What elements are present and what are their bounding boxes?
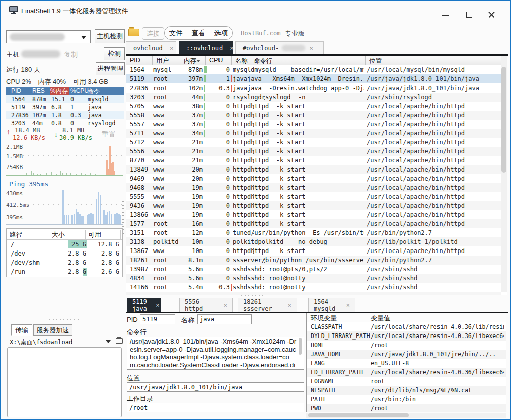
process-name-field[interactable] [197, 314, 252, 324]
tab-transfer[interactable]: 传输 [11, 324, 32, 336]
session-tab-ovhcloud[interactable]: #ovhcloud-× [235, 41, 324, 54]
reset-link[interactable]: 重置 [102, 130, 116, 139]
tab-server-acceleration[interactable]: 服务器加速 [33, 324, 72, 336]
col-size[interactable]: 大小 [52, 230, 65, 239]
process-row[interactable]: 5557www37m0httpdhttpd -k start/usr/local… [126, 120, 501, 129]
col-cpu-pct[interactable]: %CPU [70, 87, 89, 94]
menu-options[interactable]: 选项 [214, 29, 228, 38]
col-name[interactable]: 名称 [235, 57, 248, 65]
env-row[interactable]: LOGNAMEroot [307, 377, 506, 386]
close-icon[interactable]: × [346, 302, 350, 309]
sidebar-process-row[interactable]: 5119397m6.81java [6, 103, 124, 111]
process-row[interactable]: 3138polkitd10m0polkitdpolkitd --no-debug… [126, 237, 501, 246]
col-cpu[interactable]: CPU [209, 57, 223, 64]
process-row[interactable]: 27836root102m0.3javajava -Dresin.watchdo… [126, 83, 501, 93]
disk-row[interactable]: /dev/shm2.8 G2.8 G [7, 258, 122, 267]
chevron-down-icon[interactable] [106, 340, 111, 343]
left-splitter-handle[interactable] [49, 319, 79, 320]
hostbuf-link[interactable]: HostBuf.com [241, 30, 280, 37]
env-row[interactable]: DYLD_LIBRARY_PATH/usr/local/share/resin-… [307, 331, 506, 341]
env-row[interactable]: JAVA_HOME/usr/java/jdk1.8.0_101/jre/bin/… [307, 350, 506, 359]
col-res[interactable]: RES [32, 87, 45, 94]
process-row[interactable]: 14166root5.4m0.3sshdsshd: root@notty/usr… [126, 283, 501, 292]
cmdline-textarea[interactable]: /usr/java/jdk1.8.0_101/bin/java -Xms64m … [127, 337, 304, 370]
detail-tab-18261-ssserver[interactable]: 18261-ssserver× [238, 298, 297, 312]
col-pid[interactable]: PID [11, 87, 21, 94]
env-row[interactable]: CLASSPATH/usr/local/share/resin-4.0.36/l… [307, 322, 506, 331]
process-row[interactable]: 5555www19m0httpdhttpd -k start/usr/local… [126, 192, 501, 201]
process-row[interactable]: 5558www37m0httpdhttpd -k start/usr/local… [126, 111, 501, 120]
close-icon[interactable]: × [224, 302, 227, 309]
process-row[interactable]: 1577root16m0httpdhttpd -k start/usr/loca… [126, 219, 501, 228]
close-button[interactable] [484, 11, 499, 20]
env-row[interactable]: LANGen_US.UTF-8 [307, 359, 506, 368]
process-row[interactable]: 9436www19m0httpdhttpd -k start/usr/local… [126, 201, 501, 210]
close-icon[interactable]: × [288, 302, 291, 309]
connect-button[interactable]: 连接 [142, 27, 164, 40]
col-path[interactable]: 路径 [10, 230, 23, 239]
col-cmdline[interactable]: 命令行 [254, 57, 273, 65]
process-row[interactable]: 1564mysql878m0mysqldmysqld --basedir=/us… [126, 65, 501, 74]
col-path[interactable]: 位置 [369, 57, 382, 65]
process-row[interactable]: 5556www21m0httpdhttpd -k start/usr/local… [126, 147, 501, 156]
col-avail[interactable]: 可用 [88, 230, 101, 239]
process-row[interactable]: 9469www20m0httpdhttpd -k start/usr/local… [126, 174, 501, 183]
col-user[interactable]: 用户 [156, 57, 169, 65]
main-splitter-handle[interactable] [241, 295, 264, 296]
disk-row[interactable]: /25 G12.8 G [7, 240, 122, 249]
close-icon[interactable]: × [156, 302, 159, 309]
sidebar-process-row[interactable]: 27836102m1.80.3java [6, 111, 124, 119]
close-icon[interactable]: × [170, 44, 174, 52]
process-row[interactable]: 3151root12m0tuned/usr/bin/python -Es /us… [126, 228, 501, 237]
transfer-file-list[interactable] [7, 347, 122, 417]
host-select-dropdown[interactable] [6, 30, 91, 43]
process-row[interactable]: 5711www34m0httpdhttpd -k start/usr/local… [126, 129, 501, 138]
process-row[interactable]: 5712www21m0httpdhttpd -k start/usr/local… [126, 138, 501, 147]
check-button[interactable]: 检测 [104, 47, 125, 60]
host-check-button[interactable]: 主机检测 [95, 29, 125, 43]
session-tab-ovhcloud[interactable]: ovhcloud× [126, 41, 176, 54]
session-tab-ovhcloud[interactable]: ::ovhcloud× [179, 41, 233, 54]
process-row[interactable]: 9468www19m0httpdhttpd -k start/usr/local… [126, 183, 501, 192]
copy-link[interactable]: 复制 [64, 50, 78, 59]
process-row[interactable]: 4834root5.6m0sshdsshd: root@notty/usr/sb… [126, 274, 501, 283]
close-icon[interactable]: × [309, 44, 313, 52]
maximize-button[interactable] [462, 11, 477, 20]
pro-version-link[interactable]: 专业版 [285, 29, 305, 38]
process-row[interactable]: 13987root5.6m0sshdsshd: root@pts/0,pts/2… [126, 265, 501, 274]
col-pid[interactable]: PID [130, 57, 140, 64]
process-manage-button[interactable]: 进程管理 [96, 62, 125, 75]
process-row[interactable]: 18261root8.1m0ssserver/bin/python /usr/b… [126, 256, 501, 265]
sidebar-process-row[interactable]: 320344m0.80rsyslogd [6, 119, 124, 127]
detail-tab-5119-java[interactable]: 5119-java× [127, 298, 161, 312]
process-row[interactable]: 8770www21m0httpdhttpd -k start/usr/local… [126, 156, 501, 165]
env-row[interactable]: NLSPATH/usr/dt/lib/nls/msg/%L/%N.cat [307, 386, 506, 395]
process-row[interactable]: 5705www38m0httpdhttpd -k start/usr/local… [126, 102, 501, 111]
env-row[interactable]: LD_LIBRARY_PATH/usr/local/share/resin-4.… [307, 368, 506, 377]
col-cmd[interactable]: 命令 [88, 87, 100, 96]
env-row[interactable]: PWD/root [307, 404, 506, 412]
env-row[interactable]: PATH/usr/bin:/bin [307, 395, 506, 404]
cmdline-scrollbar[interactable] [298, 337, 302, 369]
process-row[interactable]: 3203root44m0rsyslogdrsyslogd -n/usr/sbin… [126, 93, 501, 102]
pid-field[interactable] [140, 314, 175, 324]
folder-icon[interactable] [128, 29, 139, 36]
close-icon[interactable]: × [230, 44, 234, 52]
process-row[interactable]: 13849www20m0httpdhttpd -k start/usr/loca… [126, 165, 501, 174]
minimize-button[interactable] [438, 11, 453, 20]
process-row[interactable]: 5119root397m1javajava -Xms64m -Xmx1024m … [126, 74, 501, 83]
disk-row[interactable]: /run2.8 G2.6 G [7, 267, 122, 276]
scrollbar-thumb[interactable] [308, 413, 409, 417]
sidebar-process-row[interactable]: 1564878m15.10mysqld [6, 95, 124, 103]
scrollbar-thumb[interactable] [299, 338, 302, 355]
col-env-value[interactable]: 变量值 [371, 314, 390, 323]
vertical-scrollbar[interactable] [501, 56, 507, 292]
scrollbar-thumb[interactable] [501, 67, 506, 173]
col-env-name[interactable]: 环境变量 [311, 314, 337, 323]
location-field[interactable] [127, 382, 304, 392]
detail-tab-1564-mysqld[interactable]: 1564-mysqld× [308, 298, 355, 312]
process-row[interactable]: 13867www10m0httpdhttpd -k start/usr/loca… [126, 246, 501, 256]
detail-tab-5556-httpd[interactable]: 5556-httpd× [179, 298, 233, 312]
menu-view[interactable]: 查看 [191, 29, 205, 38]
disk-row[interactable]: /dev2.8 G2.8 G [7, 249, 122, 258]
